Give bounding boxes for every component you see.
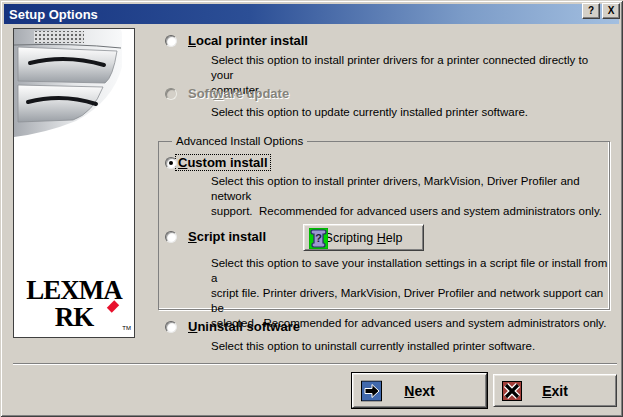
label-accel: w xyxy=(213,86,223,101)
label-rest: ninstall software xyxy=(197,319,300,334)
label-pre: Scripting xyxy=(325,231,377,245)
next-arrow-icon xyxy=(361,380,382,401)
label-accel: H xyxy=(377,231,386,245)
help-button[interactable]: ? xyxy=(582,3,600,19)
logo-text-pre: LEXM xyxy=(26,275,103,305)
button-label: Next xyxy=(404,383,434,399)
scripting-help-button[interactable]: ? Scripting Help xyxy=(303,224,424,251)
custom-install-description: Select this option to install printer dr… xyxy=(211,174,613,219)
label-accel: C xyxy=(178,155,187,170)
next-button[interactable]: Next xyxy=(351,372,488,409)
radio-uninstall-software[interactable] xyxy=(165,321,177,333)
label-rest: ext xyxy=(414,383,434,399)
option-local-printer-install[interactable]: Local printer install xyxy=(165,33,308,48)
label-rest: xit xyxy=(552,383,568,399)
close-icon: X xyxy=(608,6,615,16)
help-icon: ? xyxy=(588,6,594,16)
radio-software-update xyxy=(165,88,177,100)
lexmark-logo: LEXMARK TM xyxy=(14,277,134,331)
label-rest: ocal printer install xyxy=(196,33,308,48)
button-label: Scripting Help xyxy=(325,231,403,245)
label-rest: are update xyxy=(223,86,289,101)
button-label: Exit xyxy=(542,383,568,399)
option-label: Script install xyxy=(188,229,266,244)
window-title: Setup Options xyxy=(9,7,98,22)
svg-text:?: ? xyxy=(315,232,322,244)
titlebar-buttons: ? X xyxy=(582,3,620,19)
option-label: Local printer install xyxy=(188,33,308,48)
option-software-update: Software update xyxy=(165,86,289,101)
label-accel: S xyxy=(188,229,197,244)
close-button[interactable]: X xyxy=(602,3,620,19)
branding-panel: LEXMARK TM xyxy=(13,28,135,338)
label-accel: E xyxy=(542,383,551,399)
radio-local-printer-install[interactable] xyxy=(165,35,177,47)
option-script-install[interactable]: Script install xyxy=(165,229,266,244)
trademark-symbol: TM xyxy=(122,325,131,331)
radio-script-install[interactable] xyxy=(165,231,177,243)
label-rest: cript install xyxy=(197,229,266,244)
label-accel: N xyxy=(404,383,414,399)
group-label: Advanced Install Options xyxy=(172,134,307,149)
printer-image xyxy=(14,29,132,141)
option-label: Uninstall software xyxy=(188,319,300,334)
scripting-help-icon: ? xyxy=(309,228,328,249)
uninstall-software-description: Select this option to uninstall currentl… xyxy=(211,339,613,354)
exit-button[interactable]: Exit xyxy=(493,374,617,407)
option-label: Software update xyxy=(188,86,289,101)
label-accel: L xyxy=(188,33,196,48)
software-update-description: Select this option to update currently i… xyxy=(211,105,613,120)
footer-divider xyxy=(13,363,617,365)
label-rest: elp xyxy=(386,231,403,245)
option-custom-install[interactable]: Custom install xyxy=(165,155,269,170)
title-bar: Setup Options xyxy=(4,4,619,24)
label-accel: U xyxy=(188,319,197,334)
label-rest: ustom install xyxy=(187,155,267,170)
option-uninstall-software[interactable]: Uninstall software xyxy=(165,319,300,334)
setup-options-dialog: Setup Options ? X xyxy=(0,0,623,417)
radio-custom-install[interactable] xyxy=(165,157,177,169)
label-pre: Soft xyxy=(188,86,213,101)
option-label: Custom install xyxy=(175,154,271,171)
exit-x-icon xyxy=(502,381,522,401)
logo-text-post: RK xyxy=(55,302,94,332)
